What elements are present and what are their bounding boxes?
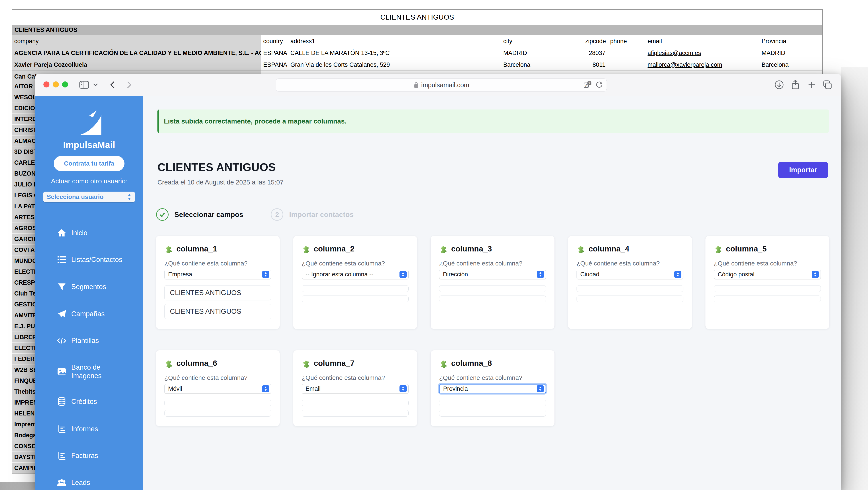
back-icon[interactable] xyxy=(107,79,118,90)
list-icon xyxy=(57,255,67,265)
sample-value-box xyxy=(439,400,546,406)
card-question: ¿Qué contiene esta columna? xyxy=(714,260,821,267)
step-2-label: Importar contactos xyxy=(289,210,353,219)
sidebar-item-label: Campañas xyxy=(71,310,105,318)
sidebar-item-label: Segmentos xyxy=(71,283,106,291)
check-icon xyxy=(159,211,166,218)
column-type-select[interactable]: Email xyxy=(302,384,409,393)
card-title: columna_8 xyxy=(451,359,492,368)
card-question: ¿Qué contiene esta columna? xyxy=(302,260,409,267)
forward-icon[interactable] xyxy=(123,79,134,90)
sheet-cell xyxy=(759,25,823,35)
svg-text:A: A xyxy=(585,84,588,87)
sample-value-box xyxy=(714,295,821,302)
select-value: Empresa xyxy=(168,271,192,278)
url-text: impulsamail.com xyxy=(421,81,469,89)
minimize-icon[interactable] xyxy=(53,81,59,88)
sheet-cell: afiglesias@accm.es xyxy=(645,47,759,59)
column-card-columna_1: columna_1¿Qué contiene esta columna?Empr… xyxy=(156,236,280,329)
sheet-cell xyxy=(645,25,759,35)
sheet-cell xyxy=(261,25,288,35)
sheet-cell: ESPANA xyxy=(261,59,288,70)
column-card-columna_8: columna_8¿Qué contiene esta columna?Prov… xyxy=(430,350,555,426)
sheet-cell: MADRID xyxy=(759,47,823,59)
step-2-circle: 2 xyxy=(271,208,283,221)
contract-plan-button[interactable]: Contrata tu tarifa xyxy=(54,156,124,171)
puzzle-icon xyxy=(164,359,173,368)
column-type-select[interactable]: Móvil xyxy=(164,384,271,393)
column-type-select[interactable]: Dirección xyxy=(439,270,546,279)
card-title: columna_3 xyxy=(451,244,492,253)
brand-name: ImpulsaMail xyxy=(35,140,143,150)
chart-icon xyxy=(57,424,67,434)
select-stepper-icon xyxy=(537,271,544,278)
code-icon xyxy=(57,336,67,346)
download-icon[interactable] xyxy=(774,79,784,90)
puzzle-icon xyxy=(302,244,311,253)
column-type-select[interactable]: Ciudad xyxy=(577,270,683,279)
people-icon xyxy=(57,478,67,488)
puzzle-icon xyxy=(577,244,585,253)
paper-plane-icon xyxy=(57,309,67,319)
sidebar-item-plantillas[interactable]: Plantillas xyxy=(35,334,143,347)
close-icon[interactable] xyxy=(43,81,50,88)
sample-value-box xyxy=(439,410,546,417)
zoom-icon[interactable] xyxy=(62,81,68,88)
card-title: columna_6 xyxy=(176,359,217,368)
sidebar-item-listas-contactos[interactable]: Listas/Contactos xyxy=(35,253,143,266)
select-stepper-icon xyxy=(812,271,819,278)
home-icon xyxy=(57,228,67,238)
column-card-columna_6: columna_6¿Qué contiene esta columna?Móvi… xyxy=(156,350,280,426)
select-value: Email xyxy=(306,385,321,392)
sidebar-item-label: Banco de Imágenes xyxy=(71,363,101,380)
sidebar-item-banco-de-im-genes[interactable]: Banco de Imágenes xyxy=(35,361,143,382)
sidebar-item-segmentos[interactable]: Segmentos xyxy=(35,280,143,294)
column-type-select[interactable]: Código postal xyxy=(714,270,821,279)
chevron-down-icon[interactable] xyxy=(92,81,99,88)
select-arrows-icon xyxy=(127,194,131,200)
image-icon xyxy=(57,367,67,377)
sidebar-item-informes[interactable]: Informes xyxy=(35,422,143,436)
sidebar-item-label: Informes xyxy=(71,425,98,433)
sample-value-box xyxy=(714,285,821,292)
select-stepper-icon xyxy=(262,271,269,278)
page-title: CLIENTES ANTIGUOS xyxy=(157,161,276,174)
select-value: Móvil xyxy=(168,385,182,392)
sheet-cell: 8011 xyxy=(583,59,608,70)
tabs-overview-icon[interactable] xyxy=(822,79,833,90)
sidebar-item-inicio[interactable]: Inicio xyxy=(35,226,143,240)
sheet-cell: Barcelona xyxy=(759,59,823,70)
share-icon[interactable] xyxy=(790,79,801,90)
sidebar-item-facturas[interactable]: Facturas xyxy=(35,449,143,462)
sample-value-box: CLIENTES ANTIGUOS xyxy=(164,304,271,319)
card-title: columna_7 xyxy=(314,359,354,368)
spreadsheet-window[interactable]: CLIENTES ANTIGUOS CLIENTES ANTIGUOS comp… xyxy=(12,9,823,83)
sheet-cell: Gran Via de les Corts Catalanes, 529 xyxy=(288,59,501,70)
new-tab-icon[interactable] xyxy=(806,79,817,90)
column-card-columna_2: columna_2¿Qué contiene esta columna?-- I… xyxy=(293,236,417,329)
user-select[interactable]: Selecciona usuario xyxy=(43,192,135,202)
steps-indicator: Seleccionar campos 2 Importar contactos xyxy=(156,207,353,221)
column-type-select[interactable]: Provincia xyxy=(439,384,546,393)
sidebar-item-cr-ditos[interactable]: Créditos xyxy=(35,395,143,408)
column-type-select[interactable]: Empresa xyxy=(164,270,271,279)
column-type-select[interactable]: -- Ignorar esta columna -- xyxy=(302,270,409,279)
reload-icon[interactable] xyxy=(595,80,603,89)
import-button[interactable]: Importar xyxy=(778,162,828,178)
translate-icon[interactable]: A 文 xyxy=(583,80,592,89)
url-field[interactable]: impulsamail.com A 文 xyxy=(276,78,607,92)
sidebar-toggle-icon[interactable] xyxy=(79,79,90,90)
chart-icon xyxy=(57,451,67,461)
sheet-cell xyxy=(501,25,583,35)
sheet-column-header-row: companycountryaddress1cityzipcodephoneem… xyxy=(12,35,823,47)
sidebar-item-campa-as[interactable]: Campañas xyxy=(35,307,143,321)
sheet-cell xyxy=(288,25,501,35)
sidebar-item-label: Facturas xyxy=(71,452,98,460)
card-question: ¿Qué contiene esta columna? xyxy=(164,374,271,382)
sample-value-box xyxy=(439,295,546,302)
sidebar-item-leads[interactable]: Leads xyxy=(35,476,143,489)
sheet-cell: MADRID xyxy=(501,47,583,59)
app-sidebar: ImpulsaMail Contrata tu tarifa Actuar co… xyxy=(35,96,143,490)
sheet-cell: phone xyxy=(608,35,645,47)
sheet-cell: CALLE DE LA MARATÓN 13-15, 3ºC xyxy=(288,47,501,59)
